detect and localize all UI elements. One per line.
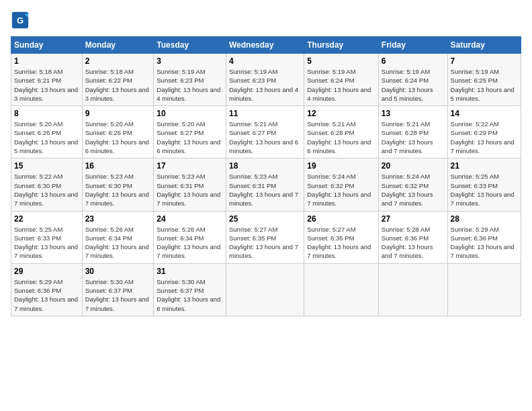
calendar-cell: 9 Sunrise: 5:20 AM Sunset: 6:26 PM Dayli… xyxy=(82,106,154,158)
day-number: 8 xyxy=(14,109,79,118)
week-row-1: 8 Sunrise: 5:20 AM Sunset: 6:26 PM Dayli… xyxy=(11,106,521,158)
day-number: 13 xyxy=(382,109,445,118)
calendar-cell: 12 Sunrise: 5:21 AM Sunset: 6:28 PM Dayl… xyxy=(304,106,379,158)
day-number: 1 xyxy=(14,56,79,66)
header-monday: Monday xyxy=(82,37,154,54)
cell-details: Sunrise: 5:27 AM Sunset: 6:35 PM Dayligh… xyxy=(229,225,301,261)
cell-details: Sunrise: 5:24 AM Sunset: 6:32 PM Dayligh… xyxy=(307,172,375,208)
cell-details: Sunrise: 5:23 AM Sunset: 6:30 PM Dayligh… xyxy=(85,172,151,208)
cell-details: Sunrise: 5:18 AM Sunset: 6:22 PM Dayligh… xyxy=(85,67,151,103)
cell-details: Sunrise: 5:29 AM Sunset: 6:36 PM Dayligh… xyxy=(14,277,79,313)
day-number: 19 xyxy=(307,161,375,171)
header-saturday: Saturday xyxy=(447,37,521,54)
calendar-cell: 17 Sunrise: 5:23 AM Sunset: 6:31 PM Dayl… xyxy=(154,158,226,211)
calendar-cell: 15 Sunrise: 5:22 AM Sunset: 6:30 PM Dayl… xyxy=(11,158,83,211)
calendar-cell: 16 Sunrise: 5:23 AM Sunset: 6:30 PM Dayl… xyxy=(82,158,154,211)
day-number: 18 xyxy=(229,161,301,171)
calendar-cell: 31 Sunrise: 5:30 AM Sunset: 6:37 PM Dayl… xyxy=(154,263,226,316)
calendar-cell: 28 Sunrise: 5:29 AM Sunset: 6:36 PM Dayl… xyxy=(447,211,521,263)
calendar-cell: 13 Sunrise: 5:21 AM Sunset: 6:28 PM Dayl… xyxy=(378,106,447,158)
calendar-cell: 25 Sunrise: 5:27 AM Sunset: 6:35 PM Dayl… xyxy=(226,211,304,263)
calendar-cell: 7 Sunrise: 5:19 AM Sunset: 6:25 PM Dayli… xyxy=(447,54,521,106)
day-number: 28 xyxy=(451,214,518,224)
day-number: 29 xyxy=(14,267,79,276)
day-number: 5 xyxy=(307,56,375,66)
cell-details: Sunrise: 5:20 AM Sunset: 6:26 PM Dayligh… xyxy=(85,120,151,155)
calendar-cell: 24 Sunrise: 5:26 AM Sunset: 6:34 PM Dayl… xyxy=(154,211,226,263)
calendar-table: SundayMondayTuesdayWednesdayThursdayFrid… xyxy=(11,36,521,316)
cell-details: Sunrise: 5:19 AM Sunset: 6:25 PM Dayligh… xyxy=(451,67,518,103)
svg-text:G: G xyxy=(17,15,24,26)
week-row-0: 1 Sunrise: 5:18 AM Sunset: 6:21 PM Dayli… xyxy=(11,54,521,106)
header: G xyxy=(11,11,521,30)
calendar-cell: 3 Sunrise: 5:19 AM Sunset: 6:23 PM Dayli… xyxy=(154,54,226,106)
calendar-header-row: SundayMondayTuesdayWednesdayThursdayFrid… xyxy=(11,37,521,54)
calendar-cell: 30 Sunrise: 5:30 AM Sunset: 6:37 PM Dayl… xyxy=(82,263,154,316)
day-number: 23 xyxy=(85,214,151,224)
day-number: 21 xyxy=(451,161,518,171)
cell-details: Sunrise: 5:21 AM Sunset: 6:28 PM Dayligh… xyxy=(307,120,375,155)
day-number: 7 xyxy=(451,56,518,66)
day-number: 25 xyxy=(229,214,301,224)
week-row-4: 29 Sunrise: 5:29 AM Sunset: 6:36 PM Dayl… xyxy=(11,263,521,316)
cell-details: Sunrise: 5:29 AM Sunset: 6:36 PM Dayligh… xyxy=(451,225,518,261)
day-number: 2 xyxy=(85,56,151,66)
calendar-cell: 10 Sunrise: 5:20 AM Sunset: 6:27 PM Dayl… xyxy=(154,106,226,158)
cell-details: Sunrise: 5:22 AM Sunset: 6:29 PM Dayligh… xyxy=(451,120,518,155)
calendar-cell xyxy=(304,263,379,316)
cell-details: Sunrise: 5:18 AM Sunset: 6:21 PM Dayligh… xyxy=(14,67,79,103)
day-number: 6 xyxy=(382,56,445,66)
cell-details: Sunrise: 5:28 AM Sunset: 6:36 PM Dayligh… xyxy=(382,225,445,261)
calendar-cell: 21 Sunrise: 5:25 AM Sunset: 6:33 PM Dayl… xyxy=(447,158,521,211)
calendar-cell xyxy=(226,263,304,316)
day-number: 10 xyxy=(157,109,223,118)
calendar-cell: 1 Sunrise: 5:18 AM Sunset: 6:21 PM Dayli… xyxy=(11,54,83,106)
calendar-cell: 27 Sunrise: 5:28 AM Sunset: 6:36 PM Dayl… xyxy=(378,211,447,263)
day-number: 30 xyxy=(85,267,151,276)
calendar-cell: 2 Sunrise: 5:18 AM Sunset: 6:22 PM Dayli… xyxy=(82,54,154,106)
calendar-cell xyxy=(447,263,521,316)
calendar-cell: 20 Sunrise: 5:24 AM Sunset: 6:32 PM Dayl… xyxy=(378,158,447,211)
week-row-2: 15 Sunrise: 5:22 AM Sunset: 6:30 PM Dayl… xyxy=(11,158,521,211)
cell-details: Sunrise: 5:23 AM Sunset: 6:31 PM Dayligh… xyxy=(157,172,223,208)
calendar-cell: 14 Sunrise: 5:22 AM Sunset: 6:29 PM Dayl… xyxy=(447,106,521,158)
cell-details: Sunrise: 5:24 AM Sunset: 6:32 PM Dayligh… xyxy=(382,172,445,208)
cell-details: Sunrise: 5:19 AM Sunset: 6:24 PM Dayligh… xyxy=(382,67,445,103)
cell-details: Sunrise: 5:30 AM Sunset: 6:37 PM Dayligh… xyxy=(157,277,223,313)
cell-details: Sunrise: 5:27 AM Sunset: 6:35 PM Dayligh… xyxy=(307,225,375,261)
header-wednesday: Wednesday xyxy=(226,37,304,54)
calendar-cell: 18 Sunrise: 5:23 AM Sunset: 6:31 PM Dayl… xyxy=(226,158,304,211)
day-number: 16 xyxy=(85,161,151,171)
day-number: 20 xyxy=(382,161,445,171)
day-number: 9 xyxy=(85,109,151,118)
day-number: 17 xyxy=(157,161,223,171)
day-number: 24 xyxy=(157,214,223,224)
cell-details: Sunrise: 5:21 AM Sunset: 6:27 PM Dayligh… xyxy=(229,120,301,155)
calendar-cell: 4 Sunrise: 5:19 AM Sunset: 6:23 PM Dayli… xyxy=(226,54,304,106)
cell-details: Sunrise: 5:22 AM Sunset: 6:30 PM Dayligh… xyxy=(14,172,79,208)
cell-details: Sunrise: 5:25 AM Sunset: 6:33 PM Dayligh… xyxy=(14,225,79,261)
calendar-cell: 23 Sunrise: 5:26 AM Sunset: 6:34 PM Dayl… xyxy=(82,211,154,263)
calendar-cell: 6 Sunrise: 5:19 AM Sunset: 6:24 PM Dayli… xyxy=(378,54,447,106)
day-number: 3 xyxy=(157,56,223,66)
calendar-cell: 8 Sunrise: 5:20 AM Sunset: 6:26 PM Dayli… xyxy=(11,106,83,158)
week-row-3: 22 Sunrise: 5:25 AM Sunset: 6:33 PM Dayl… xyxy=(11,211,521,263)
header-friday: Friday xyxy=(378,37,447,54)
calendar-cell xyxy=(378,263,447,316)
calendar-cell: 5 Sunrise: 5:19 AM Sunset: 6:24 PM Dayli… xyxy=(304,54,379,106)
cell-details: Sunrise: 5:20 AM Sunset: 6:27 PM Dayligh… xyxy=(157,120,223,155)
cell-details: Sunrise: 5:20 AM Sunset: 6:26 PM Dayligh… xyxy=(14,120,79,155)
day-number: 11 xyxy=(229,109,301,118)
header-sunday: Sunday xyxy=(11,37,83,54)
day-number: 14 xyxy=(451,109,518,118)
day-number: 27 xyxy=(382,214,445,224)
day-number: 12 xyxy=(307,109,375,118)
day-number: 15 xyxy=(14,161,79,171)
day-number: 26 xyxy=(307,214,375,224)
cell-details: Sunrise: 5:19 AM Sunset: 6:23 PM Dayligh… xyxy=(157,67,223,103)
calendar-cell: 22 Sunrise: 5:25 AM Sunset: 6:33 PM Dayl… xyxy=(11,211,83,263)
cell-details: Sunrise: 5:21 AM Sunset: 6:28 PM Dayligh… xyxy=(382,120,445,155)
cell-details: Sunrise: 5:19 AM Sunset: 6:23 PM Dayligh… xyxy=(229,67,301,103)
cell-details: Sunrise: 5:23 AM Sunset: 6:31 PM Dayligh… xyxy=(229,172,301,208)
cell-details: Sunrise: 5:26 AM Sunset: 6:34 PM Dayligh… xyxy=(85,225,151,261)
